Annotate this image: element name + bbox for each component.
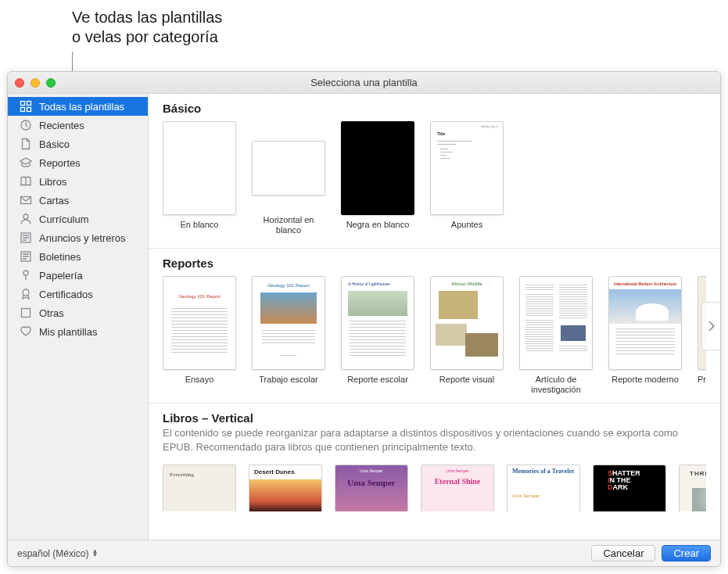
thumb-blank-black bbox=[341, 121, 414, 215]
template-chooser-window: Selecciona una plantilla Todas las plant… bbox=[7, 71, 721, 567]
sidebar-item-label: Todas las plantillas bbox=[39, 101, 124, 113]
sidebar-item-certificados[interactable]: Certificados bbox=[8, 285, 148, 303]
footer: español (México) ▲▼ Cancelar Crear bbox=[8, 540, 720, 566]
sidebar-item-label: Reportes bbox=[39, 157, 81, 169]
sidebar-item-libros[interactable]: Libros bbox=[8, 172, 148, 191]
book-icon bbox=[19, 175, 33, 188]
pin-icon bbox=[19, 269, 33, 282]
template-card-modern[interactable]: International Modern Architecture Report… bbox=[608, 276, 682, 395]
sidebar-item-label: Recientes bbox=[39, 120, 84, 131]
thumb-article bbox=[519, 276, 593, 370]
language-popup[interactable]: español (México) ▲▼ bbox=[17, 548, 98, 559]
card-label: Reporte escolar bbox=[341, 375, 414, 395]
svg-rect-2 bbox=[21, 108, 25, 112]
sidebar-item-anuncios-y-letreros[interactable]: Anuncios y letreros bbox=[8, 228, 148, 247]
sidebar-item-label: Certificados bbox=[39, 289, 93, 300]
sidebar-item-todas-las-plantillas[interactable]: Todas las plantillas bbox=[8, 97, 148, 116]
template-card-visual[interactable]: African Wildlife Reporte visual bbox=[430, 276, 504, 395]
template-card-blank[interactable]: En blanco bbox=[163, 121, 236, 240]
thumb-blank bbox=[163, 121, 236, 215]
template-card-essay[interactable]: Geology 101 Report Ensayo bbox=[163, 276, 236, 395]
person-icon bbox=[19, 213, 33, 225]
window-title: Selecciona una plantilla bbox=[8, 77, 720, 88]
template-row: Geology 101 Report Ensayo Geology 101 Re… bbox=[163, 271, 706, 396]
section-title: Reportes bbox=[163, 257, 706, 270]
thumb-notes: Monday, Sep 21 Title bbox=[430, 121, 504, 215]
card-label: Ensayo bbox=[163, 375, 236, 395]
template-card-blank-landscape[interactable]: Horizontal en blanco bbox=[252, 121, 325, 240]
sidebar-item-label: Currículum bbox=[39, 213, 89, 225]
sidebar-item-label: Mis plantillas bbox=[39, 326, 97, 338]
sidebar-item-básico[interactable]: Básico bbox=[8, 135, 148, 153]
section-title: Libros – Vertical bbox=[163, 411, 706, 425]
sidebar-item-label: Libros bbox=[39, 176, 66, 188]
card-label: Horizontal en blanco bbox=[252, 215, 325, 235]
create-button[interactable]: Crear bbox=[662, 545, 711, 561]
card-label: Negra en blanco bbox=[341, 220, 414, 240]
thumb-reporte-escolar: A History of Lighthouses bbox=[341, 276, 414, 370]
traffic-lights bbox=[8, 78, 56, 88]
template-card-reporte-escolar[interactable]: A History of Lighthouses Reporte escolar bbox=[341, 276, 414, 395]
close-window-button[interactable] bbox=[15, 78, 24, 88]
grid-icon bbox=[19, 100, 33, 113]
sidebar-item-papelería[interactable]: Papelería bbox=[8, 266, 148, 285]
card-label: Artículo de investigación bbox=[519, 375, 593, 395]
template-card-blank-black[interactable]: Negra en blanco bbox=[341, 121, 414, 240]
sidebar-item-cartas[interactable]: Cartas bbox=[8, 191, 148, 210]
card-label: Reporte visual bbox=[430, 375, 504, 395]
section-reportes: Reportes Geology 101 Report Ensayo bbox=[149, 249, 720, 404]
thumb-modern: International Modern Architecture bbox=[608, 276, 682, 370]
envelope-icon bbox=[19, 194, 33, 206]
book-card[interactable]: Everything bbox=[163, 465, 236, 511]
thumb-essay: Geology 101 Report bbox=[163, 276, 236, 370]
sidebar-item-label: Anuncios y letreros bbox=[39, 232, 126, 244]
annotation-text: Ve todas las plantillas o velas por cate… bbox=[72, 8, 222, 47]
svg-point-10 bbox=[23, 289, 29, 296]
doc-icon bbox=[19, 138, 33, 150]
svg-point-9 bbox=[23, 271, 28, 275]
template-row: En blanco Horizontal en blanco Negra en … bbox=[163, 117, 706, 242]
ribbon-icon bbox=[19, 288, 33, 300]
lines-icon bbox=[19, 231, 33, 244]
book-card[interactable]: Desert Dunes bbox=[249, 465, 322, 511]
sidebar-item-recientes[interactable]: Recientes bbox=[8, 116, 148, 135]
book-card[interactable]: THREE TALES bbox=[679, 465, 706, 511]
card-label: Trabajo escolar bbox=[252, 375, 325, 395]
book-card[interactable]: Uma SemperEternal Shine bbox=[421, 465, 494, 511]
card-label: En blanco bbox=[163, 220, 236, 240]
sidebar-item-reportes[interactable]: Reportes bbox=[8, 153, 148, 172]
sidebar-item-otras[interactable]: Otras bbox=[8, 303, 148, 322]
clock-icon bbox=[19, 119, 33, 131]
zoom-window-button[interactable] bbox=[46, 78, 56, 88]
titlebar: Selecciona una plantilla bbox=[8, 72, 720, 94]
sidebar-item-label: Papelería bbox=[39, 270, 83, 282]
scroll-right-button[interactable] bbox=[701, 302, 720, 350]
card-label: Reporte moderno bbox=[608, 375, 682, 395]
sidebar: Todas las plantillasRecientesBásicoRepor… bbox=[8, 94, 149, 540]
section-title: Básico bbox=[163, 102, 706, 115]
sidebar-item-label: Boletines bbox=[39, 251, 81, 263]
template-card-notes[interactable]: Monday, Sep 21 Title Apuntes bbox=[430, 121, 504, 240]
cancel-button[interactable]: Cancelar bbox=[591, 545, 655, 561]
language-label: español (México) bbox=[17, 548, 88, 559]
heart-icon bbox=[19, 325, 33, 338]
book-card[interactable]: Memories of a TravelerUma Semper bbox=[507, 465, 580, 511]
box-icon bbox=[19, 307, 33, 319]
gradcap-icon bbox=[19, 156, 33, 169]
sidebar-item-currículum[interactable]: Currículum bbox=[8, 210, 148, 228]
book-card[interactable]: Uma SemperUma Semper bbox=[335, 465, 408, 511]
sidebar-item-boletines[interactable]: Boletines bbox=[8, 247, 148, 266]
svg-rect-3 bbox=[27, 108, 31, 112]
section-libros: Libros – Vertical El contenido se puede … bbox=[149, 404, 720, 513]
template-card-school[interactable]: Geology 101 Report Trabajo escolar bbox=[252, 276, 325, 395]
svg-rect-1 bbox=[27, 102, 31, 106]
minimize-window-button[interactable] bbox=[30, 78, 40, 88]
sidebar-item-mis-plantillas[interactable]: Mis plantillas bbox=[8, 322, 148, 341]
template-card-article[interactable]: Artículo de investigación bbox=[519, 276, 593, 395]
template-grid[interactable]: Básico En blanco Horizontal en blanco Ne… bbox=[149, 94, 720, 540]
book-card[interactable]: SHATTERIN THEDARK bbox=[593, 465, 666, 511]
sidebar-item-label: Básico bbox=[39, 138, 70, 150]
svg-rect-0 bbox=[21, 102, 25, 106]
section-desc: El contenido se puede reorganizar para a… bbox=[163, 426, 702, 454]
svg-point-6 bbox=[23, 214, 28, 219]
